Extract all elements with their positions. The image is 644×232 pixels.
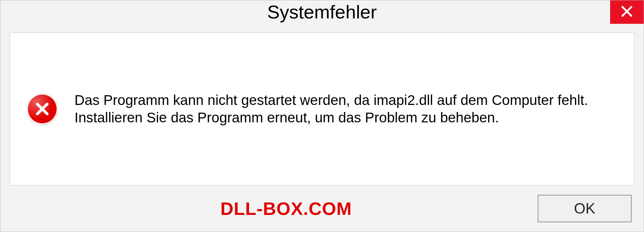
dialog-title: Systemfehler <box>267 1 377 23</box>
close-button[interactable] <box>610 0 644 24</box>
ok-button-label: OK <box>574 200 595 217</box>
titlebar: Systemfehler <box>0 0 644 26</box>
close-icon <box>620 5 634 19</box>
message-panel: Das Programm kann nicht gestartet werden… <box>10 33 634 185</box>
dialog-footer: DLL-BOX.COM OK <box>0 185 644 232</box>
error-icon <box>27 94 58 124</box>
ok-button[interactable]: OK <box>538 195 632 222</box>
watermark-text: DLL-BOX.COM <box>220 198 352 219</box>
error-message: Das Programm kann nicht gestartet werden… <box>74 92 617 127</box>
error-dialog: Systemfehler Das Programm kann nicht ges… <box>0 0 644 232</box>
